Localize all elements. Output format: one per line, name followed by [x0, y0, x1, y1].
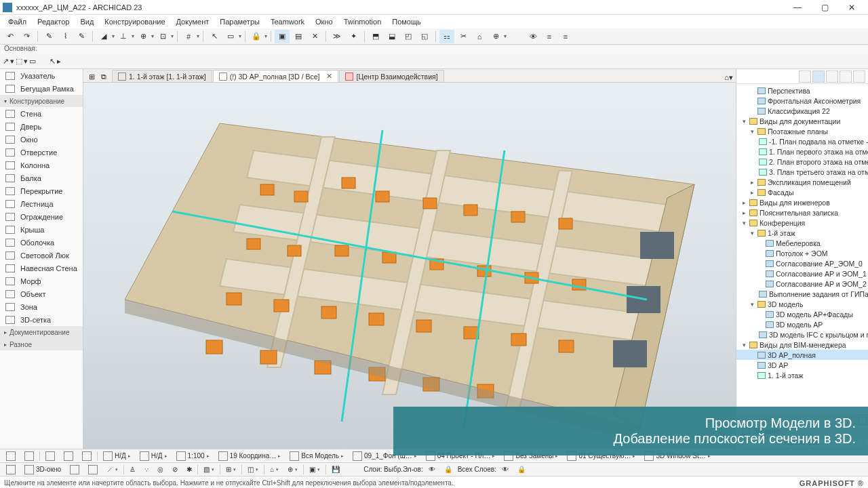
tool-stair[interactable]: Лестница [0, 197, 83, 210]
ob-cube2-icon[interactable]: ◫▾ [244, 464, 262, 475]
nav-item[interactable]: 3. План третьего этажа на отметке 8.400 [736, 167, 868, 177]
home-icon[interactable]: ⌂ [472, 30, 487, 43]
tool-shell[interactable]: Оболочка [0, 236, 83, 249]
copy-icon[interactable]: ✎ [41, 30, 56, 43]
nav-item[interactable]: -1. План подвала на отметке -2.900 [736, 136, 868, 146]
nav-item[interactable]: ▾Виды для BIM-менеджера [736, 340, 868, 350]
expand-icon[interactable]: ▾ [741, 118, 747, 125]
expand-icon[interactable]: ▸ [741, 199, 747, 206]
ob-dots-icon[interactable]: ⸪ [141, 464, 152, 475]
tool-morph[interactable]: Морф [0, 274, 83, 287]
ob-view3d[interactable]: 3D-окно [21, 464, 64, 475]
nav-item[interactable]: ▸Пояснительная записка [736, 207, 868, 218]
ob-angle-icon[interactable] [60, 451, 77, 462]
ob-layers-vis-icon[interactable]: 👁 [425, 464, 439, 475]
ob-coord[interactable]: 19 Координа…▸ [215, 451, 285, 462]
doc2-icon[interactable]: ◱ [417, 30, 432, 43]
ob-grid-icon[interactable] [3, 451, 19, 462]
menu-file[interactable]: Файл [3, 16, 32, 27]
section-document[interactable]: Документирование [0, 326, 83, 338]
ob-section-icon[interactable]: ▧▾ [200, 464, 218, 475]
ob-model[interactable]: Вся Модель▸ [286, 451, 347, 462]
expand-icon[interactable]: ▾ [741, 220, 747, 226]
tab-close-icon[interactable]: ✕ [326, 72, 332, 81]
eyedropper-icon[interactable]: ✎ [74, 30, 89, 43]
tool-opening[interactable]: Отверстие [0, 146, 83, 159]
viewport-3d[interactable] [83, 83, 736, 449]
box-icon[interactable]: ▭ [29, 57, 36, 66]
globe-icon[interactable]: ⊕ [488, 30, 503, 43]
ruler-icon[interactable]: ≫ [330, 30, 344, 43]
menu-edit[interactable]: Редактор [32, 16, 75, 27]
ob-globe2-icon[interactable]: ⊕▾ [284, 464, 301, 475]
minimize-button[interactable]: — [784, 1, 811, 14]
tool-column[interactable]: Колонна [0, 159, 83, 171]
expand-icon[interactable]: ▾ [749, 230, 755, 237]
nav-item[interactable]: Согласование АР_ЭОМ_0 [736, 258, 868, 268]
nav-item[interactable]: ▾3D модель [736, 299, 868, 309]
menu-window[interactable]: Окно [310, 16, 338, 27]
snap-icon[interactable]: ◢ [96, 30, 111, 43]
rect-icon[interactable]: ▭ [223, 30, 238, 43]
maximize-button[interactable]: ▢ [811, 1, 838, 14]
brush-icon[interactable]: ⌇ [58, 30, 73, 43]
snap3-icon[interactable]: ⊡ [155, 30, 170, 43]
nav-item[interactable]: ▾Конференция [736, 218, 868, 228]
marquee-3d-icon[interactable]: ▣ [275, 30, 290, 43]
ob-star-icon[interactable]: ✱ [183, 464, 195, 475]
ob-target-icon[interactable]: ◎ [154, 464, 167, 475]
close-button[interactable]: ✕ [838, 1, 865, 14]
filter-icon[interactable]: ⚏ [439, 30, 454, 43]
nav-item[interactable]: Потолок + ЭОМ [736, 248, 868, 258]
ob-arrow-icon[interactable] [85, 464, 101, 475]
ob-all-lock-icon[interactable]: 🔒 [514, 464, 529, 475]
ob-nd1[interactable]: Н/Д▸ [100, 451, 134, 462]
section2-icon[interactable]: ⬓ [384, 30, 399, 43]
tab-window-icon[interactable]: ⧉ [98, 71, 109, 82]
tab-grid-icon[interactable]: ⊞ [86, 71, 97, 82]
tool-marquee[interactable]: Бегущая Рамка [0, 82, 83, 95]
lock-icon[interactable]: 🔒 [249, 30, 264, 43]
dash-icon[interactable]: ✕ [307, 30, 322, 43]
arrow-mode-icon[interactable]: ↗ [3, 57, 9, 66]
nav-item[interactable]: 1. 1-й этаж [736, 370, 868, 380]
menu-options[interactable]: Параметры [214, 16, 265, 27]
tool-door[interactable]: Дверь [0, 120, 83, 133]
quick-select-icon[interactable]: ⬚ [16, 57, 22, 66]
nav-item[interactable]: 2. План второго этажа на отметке +4.200 [736, 157, 868, 167]
ob-dim-icon[interactable] [79, 451, 95, 462]
menu-view[interactable]: Вид [75, 16, 99, 27]
ob-cut-icon[interactable] [21, 451, 37, 462]
nav-item[interactable]: 3D АР [736, 360, 868, 370]
menu-document[interactable]: Документ [171, 16, 215, 27]
expand-icon[interactable]: ▾ [749, 301, 755, 308]
ob-all-vis-icon[interactable]: 👁 [498, 464, 512, 475]
cut-icon[interactable]: ✂ [456, 30, 471, 43]
ob-nd2[interactable]: Н/Д▸ [136, 451, 171, 462]
ob-axis-icon[interactable]: ⟋▾ [103, 464, 121, 475]
expand-icon[interactable]: ▸ [749, 179, 755, 186]
nav-item[interactable]: 3D модель АР [736, 319, 868, 329]
tool-object[interactable]: Объект [0, 287, 83, 300]
menu-design[interactable]: Конструирование [99, 16, 170, 27]
section-design[interactable]: Конструирование [0, 95, 83, 107]
nav-item[interactable]: ▸Фасады [736, 187, 868, 197]
tool-zone[interactable]: Зона [0, 300, 83, 313]
guide-icon[interactable]: ⊥ [116, 30, 131, 43]
menu-help[interactable]: Помощь [387, 16, 427, 27]
ob-cubes-icon[interactable] [66, 464, 83, 475]
plane-icon[interactable]: ▤ [291, 30, 306, 43]
section-misc[interactable]: Разное [0, 338, 83, 350]
ob-cut-icon[interactable] [3, 464, 19, 475]
navigator-tree[interactable]: ПерспективаФронтальная АксонометрияКласс… [736, 84, 868, 415]
expand-icon[interactable]: ▸ [749, 189, 755, 196]
tool-pointer[interactable]: Указатель [0, 69, 83, 82]
nav-item[interactable]: Выполнение задания от ГИПа [736, 289, 868, 299]
tool-roof[interactable]: Крыша [0, 223, 83, 236]
ob-camera-icon[interactable]: ▣▾ [306, 464, 323, 475]
nav-item[interactable]: ▾Виды для документации [736, 116, 868, 126]
nav-item[interactable]: 1. План первого этажа на отметке 0.000 [736, 146, 868, 157]
tool-window[interactable]: Окно [0, 133, 83, 146]
menu-teamwork[interactable]: Teamwork [265, 16, 310, 27]
menu-twinmotion[interactable]: Twinmotion [338, 16, 387, 27]
